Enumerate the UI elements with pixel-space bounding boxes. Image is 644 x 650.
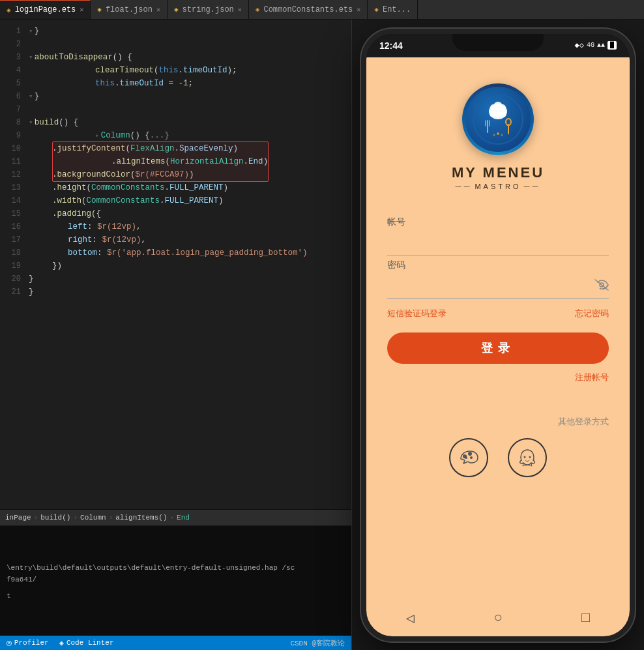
code-content[interactable]: ▾ } ▾ aboutToDisappear() { clearTimeout(… xyxy=(23,20,351,509)
svg-point-4 xyxy=(490,104,497,111)
tab-icon-float: ◈ xyxy=(97,5,102,14)
svg-rect-2 xyxy=(490,111,506,117)
logo-inner xyxy=(465,87,531,152)
tab-close-string[interactable]: ✕ xyxy=(238,6,242,14)
password-label: 密码 xyxy=(387,259,609,271)
profiler-label: Profiler xyxy=(14,639,49,647)
login-button[interactable]: 登录 xyxy=(387,332,609,364)
collapse-6[interactable]: ▾ xyxy=(29,90,33,103)
breadcrumb-end: End xyxy=(177,514,190,522)
csdn-label: CSDN @客院教论 xyxy=(290,638,345,648)
collapse-1[interactable]: ▾ xyxy=(29,25,33,38)
collapse-3[interactable]: ▾ xyxy=(29,51,33,64)
breadcrumb-inpage: inPage xyxy=(5,514,31,522)
breadcrumb-build: build() xyxy=(40,514,70,522)
tab-label-float: float.json xyxy=(106,5,153,14)
code-line-14: .width(CommonConstants.FULL_PARENT) xyxy=(29,194,346,207)
logo-area: MY MENEU MASTRO xyxy=(452,57,544,203)
wechat-icon xyxy=(457,446,480,469)
code-line-9: ▸ Column() {...} xyxy=(29,129,346,142)
login-button-label: 登录 xyxy=(481,340,515,356)
terminal-line-1: \entry\build\default\outputs\default\ent… xyxy=(7,562,345,574)
svg-point-12 xyxy=(493,134,495,136)
phone-notch xyxy=(452,34,544,51)
code-line-15: .padding({ xyxy=(29,207,346,220)
code-line-21: } xyxy=(29,286,346,299)
tab-float-json[interactable]: ◈ float.json ✕ xyxy=(91,0,168,19)
sms-login-link[interactable]: 短信验证码登录 xyxy=(387,308,446,319)
code-linter-button[interactable]: ◈ Code Linter xyxy=(59,638,114,648)
account-input[interactable] xyxy=(387,232,609,256)
breadcrumb-bar: inPage › build() › Column › alignItems()… xyxy=(0,509,351,525)
signal-bars: 4G xyxy=(587,42,594,49)
code-line-20: } xyxy=(29,273,346,286)
svg-point-18 xyxy=(470,456,473,459)
brand-name: MY MENEU xyxy=(452,164,544,181)
tab-loginpage[interactable]: ◈ loginPage.ets ✕ xyxy=(0,0,91,19)
tab-label-string: string.json xyxy=(183,5,234,14)
main-area: 1 2 3 4 5 6 7 8 9 10 11 12 13 14 15 16 1… xyxy=(0,20,644,650)
tab-label-ent: Ent... xyxy=(383,5,411,14)
code-line-11: .alignItems(HorizontalAlign.End) xyxy=(29,155,346,168)
tab-ent[interactable]: ◈ Ent... xyxy=(368,0,418,19)
profiler-icon: ◎ xyxy=(7,638,12,648)
code-line-18: bottom: $r('app.float.login_page_padding… xyxy=(29,246,346,259)
tab-icon-string: ◈ xyxy=(174,5,179,14)
account-label: 帐号 xyxy=(387,216,609,228)
code-line-17: right: $r(12vp), xyxy=(29,233,346,246)
profiler-button[interactable]: ◎ Profiler xyxy=(7,638,49,648)
social-buttons-row xyxy=(428,438,568,477)
link-row: 短信验证码登录 忘记密码 xyxy=(387,308,609,319)
signal-icon: ◆◇ xyxy=(575,40,584,50)
code-editor: 1 2 3 4 5 6 7 8 9 10 11 12 13 14 15 16 1… xyxy=(0,20,352,650)
code-line-19: }) xyxy=(29,259,346,273)
register-row: 注册帐号 xyxy=(387,372,609,383)
tab-string-json[interactable]: ◈ string.json ✕ xyxy=(168,0,249,19)
logo-svg xyxy=(472,93,524,145)
tab-bar: ◈ loginPage.ets ✕ ◈ float.json ✕ ◈ strin… xyxy=(0,0,644,20)
other-login-label: 其他登录方式 xyxy=(558,417,609,426)
wechat-login-button[interactable] xyxy=(449,438,488,477)
register-link[interactable]: 注册帐号 xyxy=(575,372,609,383)
tab-icon-ets: ◈ xyxy=(7,6,11,14)
line-numbers: 1 2 3 4 5 6 7 8 9 10 11 12 13 14 15 16 1… xyxy=(0,20,23,509)
collapse-9[interactable]: ▸ xyxy=(95,129,100,142)
tab-close-common[interactable]: ✕ xyxy=(357,6,360,14)
phone-home-button[interactable]: ○ xyxy=(493,610,502,627)
account-group: 帐号 xyxy=(387,216,609,256)
qq-login-button[interactable] xyxy=(508,438,547,477)
tab-commonconstants[interactable]: ◈ CommonConstants.ets ✕ xyxy=(249,0,368,19)
code-linter-label: Code Linter xyxy=(66,639,114,647)
phone-frame: 12:44 ◆◇ 4G ▲▲ █ xyxy=(361,29,635,642)
tab-close-float[interactable]: ✕ xyxy=(156,6,160,14)
password-toggle-icon[interactable] xyxy=(594,279,609,294)
forgot-password-link[interactable]: 忘记密码 xyxy=(575,308,609,319)
logo-circle xyxy=(462,83,534,155)
battery-icon: █ xyxy=(607,41,617,50)
qq-icon xyxy=(516,446,539,469)
terminal: \entry\build\default\outputs\default\ent… xyxy=(0,525,351,636)
svg-point-19 xyxy=(524,456,526,458)
code-line-1: ▾ } xyxy=(29,25,346,38)
collapse-8[interactable]: ▾ xyxy=(29,116,33,129)
terminal-prompt: t xyxy=(7,592,11,600)
phone-back-button[interactable]: ◁ xyxy=(406,610,415,627)
ide-status-bar: ◎ Profiler ◈ Code Linter CSDN @客院教论 xyxy=(0,636,351,650)
tab-icon-ent: ◈ xyxy=(374,5,379,14)
code-line-5: this.timeOutId = -1; xyxy=(29,77,346,90)
eye-slash-svg xyxy=(594,279,609,291)
tab-close-loginpage[interactable]: ✕ xyxy=(80,6,83,14)
svg-point-5 xyxy=(499,104,506,111)
brand-sub: MASTRO xyxy=(455,183,540,190)
svg-point-20 xyxy=(529,456,531,458)
breadcrumb-column: Column xyxy=(80,514,106,522)
tab-label-loginpage: loginPage.ets xyxy=(15,5,76,14)
terminal-line-2: f9a641/ xyxy=(7,574,345,585)
breadcrumb-alignitems: alignItems() xyxy=(115,514,167,522)
other-login-label-container: 其他登录方式 xyxy=(366,416,630,428)
password-input-row xyxy=(387,275,609,299)
code-line-12: .backgroundColor($r(#FCCA97)) xyxy=(29,168,346,181)
phone-screen: MY MENEU MASTRO 帐号 密码 xyxy=(366,57,630,604)
phone-recent-button[interactable]: □ xyxy=(581,610,590,627)
code-line-13: .height(CommonConstants.FULL_PARENT) xyxy=(29,181,346,194)
